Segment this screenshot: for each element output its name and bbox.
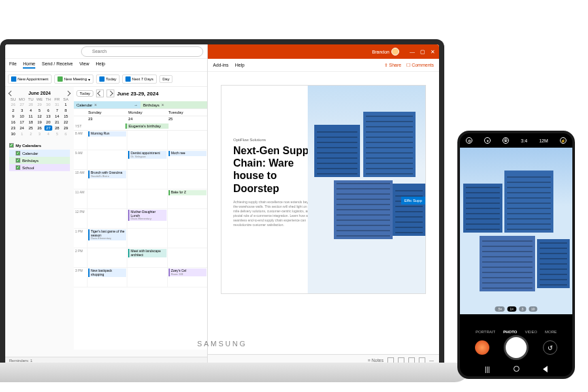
minical-day[interactable]: 10 bbox=[18, 114, 25, 119]
shutter-button[interactable] bbox=[504, 335, 529, 360]
mode-photo[interactable]: PHOTO bbox=[503, 330, 517, 334]
calendar-event[interactable]: New backpack shopping bbox=[88, 269, 126, 277]
minical-day[interactable]: 9 bbox=[9, 114, 17, 119]
user-account[interactable]: Brandon bbox=[372, 48, 399, 56]
close-button[interactable]: ✕ bbox=[431, 49, 435, 55]
mode-portrait[interactable]: PORTRAIT bbox=[476, 330, 495, 334]
calendar-event[interactable]: Tiger's last game of the seasonDavis Ele… bbox=[88, 229, 126, 240]
minical-day[interactable]: 26 bbox=[9, 102, 17, 107]
close-icon[interactable]: × bbox=[161, 103, 164, 107]
mode-more[interactable]: MORE bbox=[545, 330, 557, 334]
calendar-event[interactable]: Brunch with GrandmaGoodall's Bistro bbox=[88, 171, 126, 178]
minimize-button[interactable]: — bbox=[410, 49, 415, 55]
tab-help[interactable]: Help bbox=[235, 63, 244, 67]
allday-event[interactable]: Eugenia's birthday bbox=[125, 123, 169, 129]
minical-day[interactable]: 28 bbox=[53, 125, 61, 131]
search-input[interactable] bbox=[81, 46, 203, 57]
minical-day[interactable]: 6 bbox=[62, 131, 70, 137]
minical-day[interactable]: 18 bbox=[27, 120, 35, 125]
minical-day[interactable]: 29 bbox=[62, 125, 70, 131]
day-view-button[interactable]: Day bbox=[159, 75, 173, 83]
minical-day[interactable]: 25 bbox=[27, 125, 35, 131]
minical-day[interactable]: 24 bbox=[18, 125, 25, 131]
minical-day[interactable]: 19 bbox=[35, 120, 43, 125]
calendar-school[interactable]: School bbox=[9, 164, 70, 171]
calendar-event[interactable]: Meet with landscape architect bbox=[128, 249, 166, 257]
gallery-button[interactable] bbox=[475, 340, 489, 355]
minical-day[interactable]: 22 bbox=[62, 120, 70, 125]
minical-day[interactable]: 29 bbox=[35, 102, 43, 107]
checkbox-icon[interactable] bbox=[9, 143, 14, 148]
menu-file[interactable]: File bbox=[9, 61, 16, 69]
next-month-button[interactable] bbox=[65, 90, 71, 95]
slide-canvas[interactable]: OptiFlow Solutions Next-Gen Supply Chain… bbox=[221, 85, 426, 294]
minical-day[interactable]: 7 bbox=[53, 108, 61, 113]
minical-day[interactable]: 30 bbox=[44, 102, 52, 107]
minical-day[interactable]: 26 bbox=[35, 125, 43, 131]
minical-day[interactable]: 28 bbox=[27, 102, 35, 107]
comments-button[interactable]: ☐ Comments bbox=[406, 63, 434, 68]
minical-day[interactable]: 8 bbox=[62, 108, 70, 113]
menu-help[interactable]: Help bbox=[96, 61, 105, 69]
prev-month-button[interactable] bbox=[8, 90, 14, 95]
menu-home[interactable]: Home bbox=[23, 61, 35, 69]
calendar-calendar[interactable]: Calendar bbox=[9, 150, 70, 157]
minical-day[interactable]: 13 bbox=[44, 114, 52, 119]
checkbox-icon[interactable] bbox=[16, 151, 20, 155]
settings-icon[interactable]: ⚙ bbox=[466, 137, 472, 144]
minical-day[interactable]: 5 bbox=[53, 131, 61, 137]
minical-day[interactable]: 20 bbox=[44, 120, 52, 125]
next7days-button[interactable]: Next 7 Days bbox=[122, 74, 157, 84]
calendar-event[interactable]: Zoey's CelRoom 103 bbox=[169, 269, 206, 276]
minical-day[interactable]: 2 bbox=[27, 131, 35, 137]
close-icon[interactable]: × bbox=[94, 103, 97, 107]
minical-day[interactable]: 30 bbox=[9, 131, 17, 137]
mode-video[interactable]: VIDEO bbox=[525, 330, 537, 334]
tab-addins[interactable]: Add-ins bbox=[213, 63, 229, 67]
calendar-event[interactable]: Mother-Daughter LunchDavis Elementary bbox=[128, 210, 166, 221]
calendar-event[interactable]: Much nee bbox=[169, 151, 206, 156]
resolution[interactable]: 12M bbox=[539, 139, 548, 143]
minical-day[interactable]: 3 bbox=[35, 131, 43, 137]
tab-birthdays[interactable]: Birthdays× bbox=[140, 101, 207, 108]
minical-day[interactable]: 1 bbox=[62, 102, 70, 107]
minical-day[interactable]: 4 bbox=[44, 131, 52, 137]
minical-day[interactable]: 4 bbox=[27, 108, 35, 113]
new-appointment-button[interactable]: New Appointment bbox=[8, 74, 52, 84]
zoom-slider[interactable]: — bbox=[429, 358, 434, 363]
tab-calendar[interactable]: Calendar×→ bbox=[74, 101, 140, 108]
camera-viewfinder[interactable]: .5× 1× 3 10 bbox=[460, 148, 572, 314]
notes-button[interactable]: ≡ Notes bbox=[368, 358, 384, 363]
minical-day[interactable]: 1 bbox=[18, 131, 25, 137]
minical-day[interactable]: 31 bbox=[53, 102, 61, 107]
prev-week-button[interactable] bbox=[96, 90, 104, 97]
recents-button[interactable]: ||| bbox=[485, 366, 490, 373]
share-button[interactable]: ⇪ Share bbox=[384, 63, 402, 68]
menu-send-receive[interactable]: Send / Receive bbox=[42, 61, 73, 69]
today-button[interactable]: Today bbox=[96, 74, 120, 84]
checkbox-icon[interactable] bbox=[16, 165, 20, 170]
minical-day[interactable]: 16 bbox=[9, 120, 17, 125]
minical-day[interactable]: 6 bbox=[44, 108, 52, 113]
minical-day[interactable]: 23 bbox=[9, 125, 17, 131]
checkbox-icon[interactable] bbox=[16, 158, 20, 163]
timer-icon[interactable]: ⦿ bbox=[502, 137, 509, 144]
calendar-birthdays[interactable]: Birthdays bbox=[9, 157, 70, 164]
aspect-ratio[interactable]: 3:4 bbox=[521, 139, 527, 143]
home-button[interactable] bbox=[514, 366, 519, 372]
flash-icon[interactable]: ✦ bbox=[484, 137, 491, 144]
maximize-button[interactable]: ▢ bbox=[420, 49, 425, 55]
effects-icon[interactable]: ⚡ bbox=[560, 137, 566, 144]
camera-modes[interactable]: PORTRAIT PHOTO VIDEO MORE bbox=[460, 330, 572, 334]
minical-day[interactable]: 27 bbox=[18, 102, 25, 107]
calendar-event[interactable]: Dentist appointmentDr. Selegson bbox=[128, 151, 166, 159]
minical-day[interactable]: 12 bbox=[35, 114, 43, 119]
minical-day[interactable]: 3 bbox=[18, 108, 25, 113]
minical-day[interactable]: 17 bbox=[18, 120, 25, 125]
calendar-event[interactable]: Morning Run bbox=[88, 131, 126, 137]
switch-camera-button[interactable]: ↺ bbox=[543, 340, 557, 355]
calendar-event[interactable]: Bake for Z bbox=[169, 190, 206, 195]
minical-day[interactable]: 2 bbox=[9, 108, 17, 113]
next-week-button[interactable] bbox=[106, 90, 114, 97]
minical-day[interactable]: 15 bbox=[62, 114, 70, 119]
